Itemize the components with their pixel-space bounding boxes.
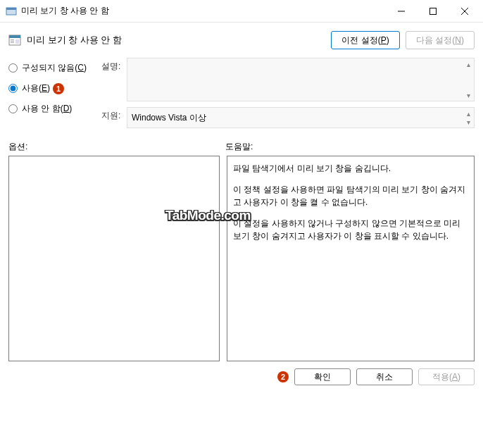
radio-not-configured-input[interactable] (8, 63, 18, 73)
description-field[interactable]: ▴ ▾ (127, 58, 475, 101)
svg-rect-7 (9, 35, 20, 38)
annotation-badge-1: 1 (53, 83, 64, 94)
radio-disabled-label: 사용 안 함(D) (22, 103, 72, 115)
options-panel (8, 156, 220, 361)
window-title: 미리 보기 창 사용 안 함 (21, 5, 385, 17)
svg-rect-10 (11, 42, 14, 43)
support-label: 지원: (101, 107, 127, 128)
header-row: 미리 보기 창 사용 안 함 이전 설정(P) 다음 설정(N) (8, 31, 475, 49)
help-paragraph-2: 이 정책 설정을 사용하면 파일 탐색기의 미리 보기 창이 숨겨지고 사용자가… (233, 183, 468, 209)
radio-enabled-input[interactable] (8, 84, 18, 93)
scroll-up-icon-2[interactable]: ▴ (464, 109, 472, 118)
scroll-down-icon-2[interactable]: ▾ (464, 118, 472, 126)
svg-rect-8 (11, 39, 14, 40)
scroll-down-icon[interactable]: ▾ (464, 91, 472, 99)
help-panel-label: 도움말: (225, 141, 253, 153)
svg-rect-1 (6, 8, 16, 10)
prev-setting-button[interactable]: 이전 설정(P) (331, 31, 400, 49)
help-paragraph-3: 이 설정을 사용하지 않거나 구성하지 않으면 기본적으로 미리 보기 창이 숨… (233, 217, 468, 242)
policy-icon (8, 34, 21, 46)
window-controls (385, 1, 480, 22)
description-label: 설명: (101, 58, 127, 101)
apply-button[interactable]: 적용(A) (418, 368, 475, 385)
app-icon (6, 6, 17, 17)
page-title: 미리 보기 창 사용 안 함 (27, 34, 331, 46)
radio-enabled[interactable]: 사용(E) 1 (8, 82, 93, 94)
options-panel-label: 옵션: (8, 141, 225, 153)
maximize-button[interactable] (417, 1, 448, 22)
cancel-button[interactable]: 취소 (356, 368, 413, 385)
svg-rect-3 (429, 8, 436, 14)
svg-rect-9 (11, 41, 14, 42)
next-setting-button[interactable]: 다음 설정(N) (406, 31, 475, 49)
help-panel: 파일 탐색기에서 미리 보기 창을 숨깁니다. 이 정책 설정을 사용하면 파일… (227, 156, 475, 361)
minimize-button[interactable] (385, 1, 417, 22)
support-field: Windows Vista 이상 ▴ ▾ (127, 107, 475, 128)
radio-not-configured[interactable]: 구성되지 않음(C) (8, 62, 93, 74)
annotation-badge-2: 2 (277, 371, 289, 382)
titlebar: 미리 보기 창 사용 안 함 (0, 0, 483, 23)
help-paragraph-1: 파일 탐색기에서 미리 보기 창을 숨깁니다. (233, 162, 468, 175)
radio-enabled-label: 사용(E) (22, 82, 50, 94)
radio-disabled-input[interactable] (8, 104, 18, 113)
ok-button[interactable]: 확인 (294, 368, 351, 385)
bottom-button-row: 2 확인 취소 적용(A) (8, 368, 475, 385)
radio-group: 구성되지 않음(C) 사용(E) 1 사용 안 함(D) (8, 58, 93, 134)
svg-rect-11 (15, 39, 19, 44)
scroll-up-icon[interactable]: ▴ (464, 60, 472, 68)
radio-disabled[interactable]: 사용 안 함(D) (8, 103, 93, 115)
close-button[interactable] (448, 1, 480, 22)
radio-not-configured-label: 구성되지 않음(C) (22, 62, 87, 74)
support-text: Windows Vista 이상 (132, 112, 206, 124)
